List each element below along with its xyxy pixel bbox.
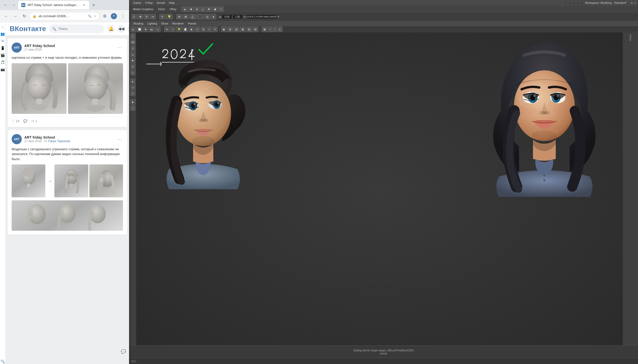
- left-tool-9[interactable]: ◁: [130, 84, 135, 90]
- browser-back-button[interactable]: ←: [2, 2, 9, 9]
- post-2-avatar[interactable]: ART: [12, 134, 22, 144]
- post-2-image-2[interactable]: [54, 164, 88, 197]
- cam-show[interactable]: ☐: [195, 27, 200, 32]
- cam-shadows[interactable]: ▇: [183, 27, 188, 32]
- left-tool-11[interactable]: ■: [130, 99, 135, 105]
- maya-xgen[interactable]: XGen: [156, 7, 167, 11]
- cam-btn[interactable]: 🎥: [197, 14, 204, 19]
- wire-btn[interactable]: ◎: [204, 14, 210, 19]
- snap2-btn[interactable]: ⚓: [189, 14, 196, 19]
- vk-sidebar-icon-music[interactable]: 🎵: [0, 60, 5, 65]
- reload-button[interactable]: ↻: [20, 12, 28, 20]
- select-tool[interactable]: ⇧: [131, 14, 137, 19]
- left-tool-10[interactable]: ▯: [130, 91, 135, 96]
- left-tool-7[interactable]: ◻: [130, 70, 135, 75]
- left-tool-8[interactable]: ▲: [130, 78, 135, 84]
- post-2-image-3[interactable]: [89, 164, 123, 197]
- post-1-more-button[interactable]: ⋯: [116, 44, 123, 51]
- new-tab-button[interactable]: +: [90, 2, 97, 9]
- grid-btn[interactable]: ⊠: [183, 14, 189, 19]
- post-2-author[interactable]: ART friday School: [24, 135, 114, 139]
- maya-menu-renderer[interactable]: Renderer: [170, 22, 186, 26]
- left-tool-4[interactable]: ⚌: [130, 52, 135, 57]
- maya-motion-graphics[interactable]: Motion Graphics: [131, 7, 155, 11]
- maya-viewport[interactable]: [136, 32, 623, 351]
- post-2-image-1[interactable]: [12, 164, 45, 197]
- post-1-image-2[interactable]: [68, 63, 123, 114]
- maya-menu-lighting[interactable]: Lighting: [145, 22, 159, 26]
- post-2-image-bottom[interactable]: [12, 200, 123, 231]
- maya-menu-vray[interactable]: V-Ray: [143, 1, 155, 5]
- cam-bookmark[interactable]: ▪: [268, 27, 272, 32]
- cam-ao[interactable]: ◉: [189, 27, 194, 32]
- vk-sidebar-icon-photos[interactable]: 📷: [0, 67, 5, 72]
- render-setting-value[interactable]: ACES-1.0-SDR-video (sRGB: [246, 14, 277, 19]
- url-input[interactable]: [38, 14, 86, 18]
- tab-close-button[interactable]: ×: [82, 3, 86, 7]
- cam-select[interactable]: ▲: [130, 27, 136, 32]
- browser-menu-button[interactable]: ⋮: [119, 12, 127, 20]
- cam-pan[interactable]: ▤: [227, 27, 233, 32]
- cam-aa[interactable]: A: [207, 27, 212, 32]
- cam-dolly[interactable]: ▦: [240, 27, 246, 32]
- vk-sidebar-icon-messages[interactable]: ✉: [0, 38, 5, 44]
- post-1-author[interactable]: ART friday School: [24, 44, 114, 48]
- maya-tool-5[interactable]: ✻: [206, 6, 212, 12]
- move-tool[interactable]: ✥: [137, 14, 143, 19]
- vk-sidebar-icon-friends[interactable]: 👥: [0, 31, 5, 36]
- light-btn[interactable]: 💡: [166, 14, 173, 19]
- post-2-from-author[interactable]: Паши Терехова: [48, 139, 70, 143]
- cam-grid[interactable]: ⊠: [201, 27, 206, 32]
- browser-forward-button[interactable]: →: [10, 2, 17, 9]
- maya-tool-1[interactable]: ▲: [182, 6, 188, 12]
- left-tool-5[interactable]: ✚: [130, 58, 135, 63]
- post-1-share-button[interactable]: ↪ 1: [31, 119, 37, 123]
- cam-snap-cam[interactable]: ▩: [262, 27, 267, 32]
- cam-gate[interactable]: ◅: [170, 27, 175, 32]
- vk-sidebar-icon-groups[interactable]: 📱: [0, 46, 5, 51]
- cam-wire[interactable]: ⬜: [136, 27, 143, 32]
- address-bar[interactable]: 🔒 🔍 ☆: [29, 12, 100, 20]
- vk-sidebar-icon-search[interactable]: 🔍: [0, 359, 5, 364]
- post-2-more-button[interactable]: ⋯: [116, 135, 123, 143]
- snap-btn[interactable]: ⚙: [176, 14, 182, 19]
- maya-menu-cache[interactable]: Cache: [131, 1, 143, 5]
- maya-tool-6[interactable]: ◆: [212, 6, 218, 12]
- maya-menu-arnold[interactable]: Arnold: [155, 1, 167, 5]
- post-1-comment-button[interactable]: 💬: [23, 119, 27, 123]
- left-tool-6[interactable]: ✕: [130, 64, 135, 69]
- vk-search-input[interactable]: [58, 27, 101, 31]
- cam-look[interactable]: ▧: [246, 27, 252, 32]
- maya-tool-7[interactable]: □: [218, 6, 224, 12]
- vk-sidebar-icon-home[interactable]: ⌂: [0, 24, 5, 29]
- cam-seq[interactable]: ▸: [278, 27, 282, 32]
- maya-vray-tab[interactable]: VRay: [168, 7, 178, 11]
- cam-flat[interactable]: ▬: [149, 27, 154, 32]
- cam-orbit[interactable]: ▣: [221, 27, 227, 32]
- cam-hud[interactable]: H: [212, 27, 218, 32]
- angle-value[interactable]: 1.00: [233, 14, 243, 19]
- cam-res[interactable]: ★: [164, 27, 170, 32]
- maya-close-icon[interactable]: ✕: [634, 2, 636, 4]
- left-tool-2[interactable]: ⌫: [130, 39, 135, 45]
- rotate-tool[interactable]: ↻: [144, 14, 150, 19]
- maya-menu-panels[interactable]: Panels: [186, 22, 198, 26]
- vk-sidebar-icon-video[interactable]: 🎬: [0, 53, 5, 58]
- back-button[interactable]: ←: [2, 12, 10, 20]
- mel-input[interactable]: [139, 360, 636, 363]
- post-1-avatar[interactable]: ART: [12, 42, 22, 53]
- vk-search-box[interactable]: 🔍: [49, 25, 104, 33]
- left-tool-3[interactable]: ♺: [130, 46, 135, 51]
- cam-lights[interactable]: 💡: [176, 27, 182, 32]
- profile-button[interactable]: Р: [110, 12, 118, 20]
- left-tool-12[interactable]: □: [130, 105, 135, 111]
- scale-tool[interactable]: ↦: [150, 14, 156, 19]
- music-control-prev[interactable]: ◀◀: [117, 25, 125, 33]
- cam-smooth[interactable]: ■: [143, 27, 148, 32]
- post-1-image-1[interactable]: [12, 63, 67, 114]
- render-btn[interactable]: ☀: [159, 14, 165, 19]
- cam-bounding[interactable]: ▭: [155, 27, 161, 32]
- left-tool-1[interactable]: ⇧: [130, 33, 135, 39]
- maya-settings-icon[interactable]: ⚙: [631, 2, 633, 4]
- forward-button[interactable]: →: [11, 12, 19, 20]
